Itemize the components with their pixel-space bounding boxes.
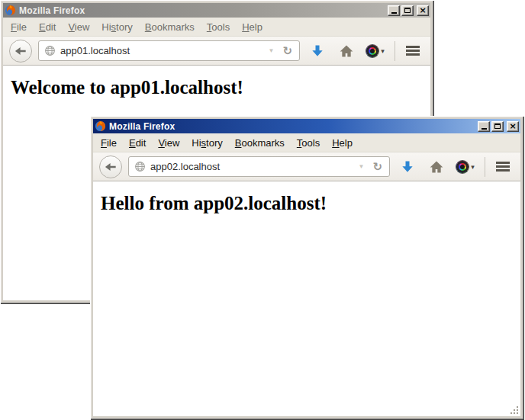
- menu-item-file[interactable]: File: [5, 19, 33, 35]
- open-menu-button[interactable]: [401, 40, 424, 63]
- maximize-icon: [494, 123, 501, 129]
- window-title: Mozilla Firefox: [109, 121, 475, 132]
- back-arrow-icon: [103, 159, 118, 175]
- reload-icon[interactable]: ↻: [371, 160, 384, 174]
- maximize-button[interactable]: [401, 5, 414, 16]
- url-bar[interactable]: app02.localhost ▼ ↻: [128, 156, 390, 177]
- menu-item-tools[interactable]: Tools: [291, 135, 326, 151]
- desktop: Mozilla Firefox × FileEditViewHistoryBoo…: [0, 0, 525, 420]
- navigation-toolbar: app01.localhost ▼ ↻ ▾: [3, 37, 430, 66]
- menu-bar: FileEditViewHistoryBookmarksToolsHelp: [93, 133, 520, 152]
- menu-item-file[interactable]: File: [95, 135, 123, 151]
- download-arrow-icon: [310, 43, 325, 59]
- menu-item-bookmarks[interactable]: Bookmarks: [229, 135, 291, 151]
- download-button[interactable]: [306, 40, 329, 63]
- chevron-down-icon: ▾: [381, 47, 385, 55]
- home-icon: [339, 43, 354, 59]
- maximize-button[interactable]: [491, 121, 504, 132]
- minimize-button[interactable]: [478, 121, 490, 132]
- url-text[interactable]: app01.localhost: [60, 45, 262, 56]
- back-button[interactable]: [9, 40, 32, 63]
- menu-item-edit[interactable]: Edit: [33, 19, 62, 35]
- reload-icon[interactable]: ↻: [281, 44, 294, 58]
- minimize-icon: [391, 12, 397, 14]
- color-wheel-extension-icon: [456, 161, 469, 173]
- colorwheel-extension-button[interactable]: ▾: [364, 40, 387, 63]
- menu-item-history[interactable]: History: [95, 19, 138, 35]
- home-button[interactable]: [335, 40, 358, 63]
- page-heading: Hello from app02.localhost!: [101, 193, 520, 214]
- url-history-dropdown-icon[interactable]: ▼: [356, 163, 367, 170]
- menu-item-edit[interactable]: Edit: [123, 135, 152, 151]
- page-content: Hello from app02.localhost!: [93, 181, 520, 416]
- menu-item-view[interactable]: View: [152, 135, 185, 151]
- navigation-toolbar: app02.localhost ▼ ↻ ▾: [93, 152, 520, 181]
- close-icon: ×: [419, 6, 426, 14]
- menu-hamburger-icon: [406, 46, 420, 56]
- window-controls: ×: [388, 5, 429, 16]
- titlebar[interactable]: Mozilla Firefox ×: [93, 119, 520, 133]
- url-history-dropdown-icon[interactable]: ▼: [266, 47, 277, 54]
- toolbar-separator: [395, 41, 395, 61]
- browser-window-app02: Mozilla Firefox × FileEditViewHistoryBoo…: [90, 116, 523, 419]
- menu-bar: FileEditViewHistoryBookmarksToolsHelp: [3, 18, 430, 37]
- firefox-icon: [95, 120, 106, 132]
- close-button[interactable]: ×: [417, 5, 429, 16]
- menu-item-help[interactable]: Help: [326, 135, 359, 151]
- toolbar-separator: [485, 157, 485, 177]
- menu-item-tools[interactable]: Tools: [201, 19, 236, 35]
- firefox-icon: [5, 5, 16, 16]
- maximize-icon: [404, 8, 411, 13]
- download-button[interactable]: [396, 155, 419, 178]
- chevron-down-icon: ▾: [471, 163, 475, 171]
- window-title: Mozilla Firefox: [19, 5, 385, 16]
- titlebar[interactable]: Mozilla Firefox ×: [3, 3, 430, 18]
- minimize-icon: [482, 128, 487, 130]
- menu-item-bookmarks[interactable]: Bookmarks: [139, 19, 201, 35]
- close-button[interactable]: ×: [507, 121, 519, 132]
- resize-grip[interactable]: [508, 404, 519, 415]
- back-button[interactable]: [99, 155, 122, 178]
- page-heading: Welcome to app01.localhost!: [11, 77, 430, 98]
- color-wheel-extension-icon: [366, 45, 378, 57]
- menu-item-help[interactable]: Help: [236, 19, 269, 35]
- back-arrow-icon: [13, 43, 28, 59]
- url-bar[interactable]: app01.localhost ▼ ↻: [38, 40, 300, 61]
- minimize-button[interactable]: [388, 5, 400, 16]
- menu-item-view[interactable]: View: [62, 19, 95, 35]
- colorwheel-extension-button[interactable]: ▾: [454, 155, 477, 178]
- globe-icon: [44, 45, 56, 56]
- home-button[interactable]: [425, 155, 448, 178]
- globe-icon: [134, 161, 146, 172]
- url-text[interactable]: app02.localhost: [150, 161, 352, 172]
- home-icon: [429, 159, 444, 175]
- download-arrow-icon: [400, 159, 415, 175]
- window-controls: ×: [478, 121, 519, 132]
- open-menu-button[interactable]: [491, 155, 514, 178]
- menu-item-history[interactable]: History: [185, 135, 228, 151]
- close-icon: ×: [509, 122, 516, 130]
- menu-hamburger-icon: [496, 162, 510, 172]
